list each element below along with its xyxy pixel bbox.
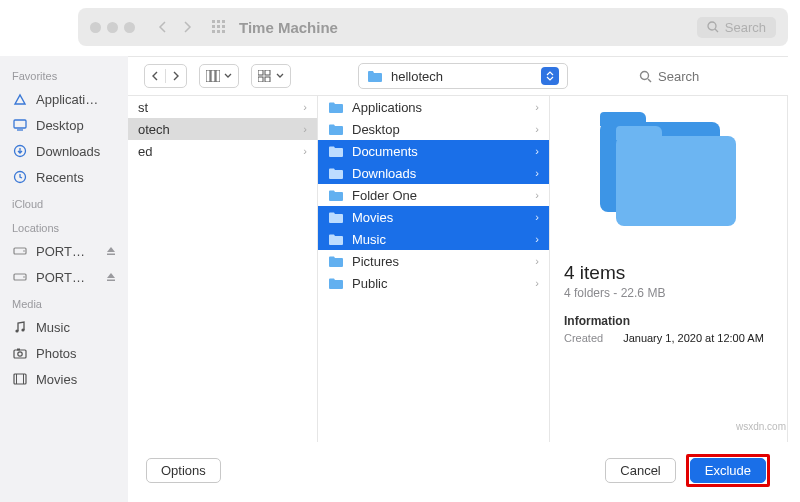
svg-line-37 (648, 79, 651, 82)
sidebar-item-movies[interactable]: Movies (0, 366, 128, 392)
chevron-down-icon (276, 72, 284, 80)
app-grid-icon (12, 91, 28, 107)
sidebar-item-label: Music (36, 320, 70, 335)
sidebar-item-desktop[interactable]: Desktop (0, 112, 128, 138)
folder-icon (328, 210, 344, 224)
svg-rect-0 (212, 20, 215, 23)
svg-rect-6 (212, 30, 215, 33)
file-browser-sheet: hellotech st›otech›ed› Applications›Desk… (128, 56, 788, 442)
list-item[interactable]: otech› (128, 118, 317, 140)
group-by[interactable] (251, 64, 291, 88)
chevron-right-icon: › (535, 255, 539, 267)
eject-icon[interactable] (106, 272, 116, 282)
chevron-right-icon: › (535, 145, 539, 157)
sidebar-item-port-2[interactable]: PORT… (0, 264, 128, 290)
eject-icon[interactable] (106, 246, 116, 256)
list-item-label: Movies (352, 210, 393, 225)
chevron-right-icon: › (303, 123, 307, 135)
svg-rect-25 (17, 349, 20, 351)
nav-back-forward-sheet[interactable] (144, 64, 187, 88)
svg-rect-29 (206, 70, 210, 82)
svg-rect-32 (258, 70, 263, 75)
sheet-search[interactable] (635, 69, 772, 84)
exclude-button[interactable]: Exclude (690, 458, 766, 483)
grid-icon (209, 17, 229, 37)
grid-group-icon (258, 70, 272, 82)
dialog-buttons: Options Cancel Exclude (128, 452, 788, 488)
list-item[interactable]: Folder One› (318, 184, 549, 206)
folder-icon (328, 122, 344, 136)
preview-title: 4 items (564, 262, 773, 284)
list-item[interactable]: Documents› (318, 140, 549, 162)
folder-icon (328, 100, 344, 114)
path-label: hellotech (391, 69, 443, 84)
svg-rect-30 (211, 70, 215, 82)
svg-point-22 (21, 328, 24, 331)
list-item-label: st (138, 100, 148, 115)
svg-point-9 (708, 22, 716, 30)
parent-window-toolbar: Time Machine Search (78, 8, 788, 46)
folder-icon (328, 254, 344, 268)
search-icon (639, 70, 652, 83)
sidebar-header-media: Media (0, 290, 128, 314)
sidebar-item-label: Recents (36, 170, 84, 185)
column-2: Applications›Desktop›Documents›Downloads… (318, 96, 550, 442)
list-item[interactable]: Movies› (318, 206, 549, 228)
chevron-right-icon: › (535, 189, 539, 201)
svg-rect-7 (217, 30, 220, 33)
info-header: Information (564, 314, 773, 328)
created-label: Created (564, 332, 603, 344)
camera-icon (12, 345, 28, 361)
chevron-right-icon: › (303, 101, 307, 113)
svg-line-10 (715, 29, 718, 32)
list-item[interactable]: Desktop› (318, 118, 549, 140)
chevron-right-icon (172, 71, 180, 81)
sidebar-item-recents[interactable]: Recents (0, 164, 128, 190)
close-dot (90, 22, 101, 33)
window-controls (90, 22, 135, 33)
sidebar-item-label: Downloads (36, 144, 100, 159)
disk-icon (12, 269, 28, 285)
columns-icon (206, 70, 220, 82)
sidebar-item-applications[interactable]: Applicati… (0, 86, 128, 112)
svg-rect-5 (222, 25, 225, 28)
chevron-right-icon: › (535, 123, 539, 135)
sidebar-item-label: Photos (36, 346, 76, 361)
list-item[interactable]: Applications› (318, 96, 549, 118)
sidebar-item-downloads[interactable]: Downloads (0, 138, 128, 164)
chevron-left-icon (151, 71, 159, 81)
list-item-label: Applications (352, 100, 422, 115)
list-item[interactable]: Downloads› (318, 162, 549, 184)
view-mode-columns[interactable] (199, 64, 239, 88)
list-item[interactable]: ed› (128, 140, 317, 162)
path-selector[interactable]: hellotech (358, 63, 568, 89)
list-item-label: Desktop (352, 122, 400, 137)
sidebar-item-label: PORT… (36, 244, 85, 259)
list-item[interactable]: Public› (318, 272, 549, 294)
svg-rect-11 (14, 120, 26, 128)
window-title: Time Machine (239, 19, 338, 36)
list-item[interactable]: Pictures› (318, 250, 549, 272)
svg-point-19 (23, 276, 25, 278)
list-item[interactable]: st› (128, 96, 317, 118)
desktop-icon (12, 117, 28, 133)
clock-icon (12, 169, 28, 185)
sidebar-header-icloud: iCloud (0, 190, 128, 214)
preview-column: 4 items 4 folders - 22.6 MB Information … (550, 96, 788, 442)
svg-rect-33 (265, 70, 270, 75)
sidebar-item-port-1[interactable]: PORT… (0, 238, 128, 264)
search-input[interactable] (658, 69, 768, 84)
list-item[interactable]: Music› (318, 228, 549, 250)
options-button[interactable]: Options (146, 458, 221, 483)
cancel-button[interactable]: Cancel (605, 458, 675, 483)
list-item-label: otech (138, 122, 170, 137)
folder-icon (328, 232, 344, 246)
sidebar-item-photos[interactable]: Photos (0, 340, 128, 366)
chevron-right-icon: › (535, 211, 539, 223)
chevron-right-icon: › (535, 167, 539, 179)
sidebar-item-music[interactable]: Music (0, 314, 128, 340)
chevron-right-icon: › (535, 101, 539, 113)
column-browser: st›otech›ed› Applications›Desktop›Docume… (128, 95, 788, 442)
chevron-right-icon: › (535, 233, 539, 245)
folder-icon (367, 69, 383, 83)
